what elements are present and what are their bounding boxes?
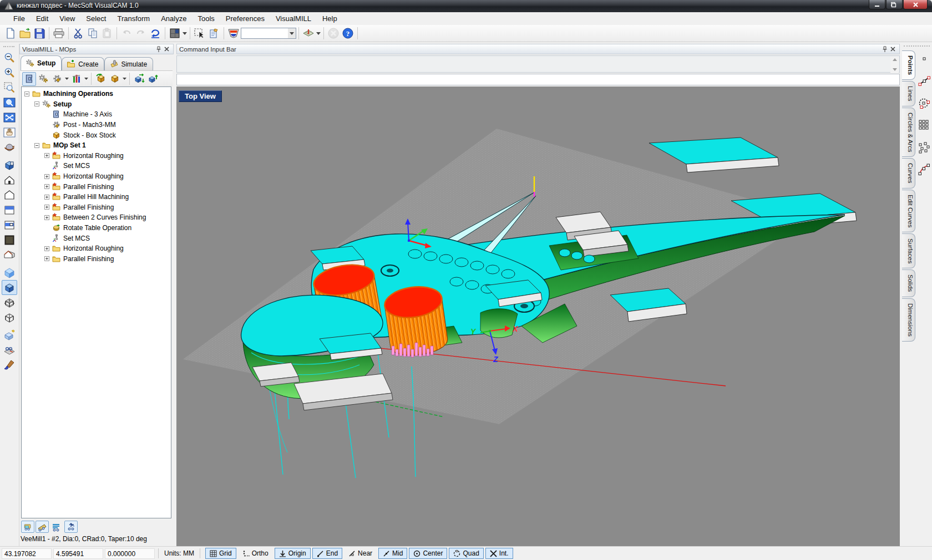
setup-options-icon[interactable] bbox=[50, 72, 64, 86]
snap-mid-button[interactable]: Mid bbox=[378, 548, 407, 559]
viewport-layout-dropdown[interactable] bbox=[182, 26, 188, 40]
point-on-line-icon[interactable] bbox=[917, 74, 931, 88]
tools-library-icon[interactable] bbox=[69, 72, 83, 86]
window-select-button[interactable] bbox=[193, 26, 207, 40]
multi-wireframe-view-icon[interactable] bbox=[2, 295, 17, 310]
tree-row[interactable]: Machining Operations bbox=[22, 89, 171, 99]
command-history[interactable] bbox=[176, 55, 900, 73]
tree-row[interactable]: MOp Set 1 bbox=[22, 140, 171, 151]
iso-home-view-icon[interactable] bbox=[2, 247, 17, 262]
tree-row[interactable]: Parallel Finishing bbox=[22, 181, 171, 192]
tab-simulate[interactable]: Simulate bbox=[104, 57, 153, 70]
layer-combo[interactable] bbox=[241, 28, 296, 39]
tab-edit-curves[interactable]: Edit Curves bbox=[902, 190, 915, 232]
snap-quad-button[interactable]: Quad bbox=[449, 548, 483, 559]
tools-library-dropdown[interactable] bbox=[83, 72, 89, 86]
cut-button[interactable] bbox=[71, 26, 85, 40]
points-on-curve-icon[interactable] bbox=[917, 162, 931, 177]
close-icon[interactable] bbox=[163, 45, 171, 53]
tab-lines[interactable]: Lines bbox=[902, 81, 915, 106]
material-icon[interactable] bbox=[146, 72, 160, 86]
tree-row[interactable]: Horizontal Roughing bbox=[22, 243, 171, 254]
stock-box-dropdown[interactable] bbox=[121, 72, 127, 86]
zoom-selected-icon[interactable] bbox=[2, 95, 17, 110]
align-stock-icon[interactable] bbox=[132, 72, 146, 86]
visualize-toolpath-icon[interactable] bbox=[2, 343, 17, 358]
menu-transform[interactable]: Transform bbox=[112, 13, 155, 24]
tree-row[interactable]: Post - Mach3-MM bbox=[22, 120, 171, 130]
snap-int-button[interactable]: Int. bbox=[485, 548, 513, 559]
new-file-button[interactable] bbox=[3, 26, 18, 40]
tree-row[interactable]: Between 2 Curves Finishing bbox=[22, 212, 171, 223]
zoom-in-icon[interactable] bbox=[2, 65, 17, 80]
redo-button[interactable] bbox=[134, 26, 148, 40]
tab-circles-arcs[interactable]: Circles & Arcs bbox=[902, 108, 915, 157]
viewport-display-icon[interactable] bbox=[2, 157, 17, 172]
zoom-out-icon[interactable] bbox=[2, 50, 17, 65]
machine-grid-button[interactable] bbox=[301, 26, 316, 40]
pin-icon[interactable] bbox=[154, 45, 163, 53]
zoom-window-icon[interactable] bbox=[2, 80, 17, 95]
tab-surfaces[interactable]: Surfaces bbox=[902, 233, 915, 268]
single-point-icon[interactable] bbox=[917, 52, 931, 66]
stock-box-icon[interactable] bbox=[108, 72, 121, 86]
setup-options-dropdown[interactable] bbox=[64, 72, 69, 86]
tree-row[interactable]: Parallel Finishing bbox=[22, 254, 171, 264]
menu-select[interactable]: Select bbox=[80, 13, 112, 24]
tree-row[interactable]: Machine - 3 Axis bbox=[22, 109, 171, 120]
menu-preferences[interactable]: Preferences bbox=[220, 13, 270, 24]
switch-redo-button[interactable] bbox=[148, 26, 163, 40]
work-zero-icon[interactable] bbox=[94, 72, 108, 86]
machine-setup-icon[interactable] bbox=[22, 72, 36, 86]
tab-setup[interactable]: Setup bbox=[21, 55, 62, 70]
menu-visualmill[interactable]: VisualMILL bbox=[270, 13, 317, 24]
snap-near-button[interactable]: Near bbox=[344, 548, 377, 559]
tree-row[interactable]: Setup bbox=[22, 99, 171, 110]
paste-button[interactable] bbox=[100, 26, 114, 40]
close-button[interactable] bbox=[903, 0, 928, 9]
top-face-view-icon[interactable] bbox=[2, 202, 17, 217]
tab-dimensions[interactable]: Dimensions bbox=[902, 298, 915, 342]
pan-icon[interactable] bbox=[2, 125, 17, 140]
view-label[interactable]: Top View bbox=[179, 90, 222, 102]
tree-row[interactable]: Horizontal Roughing bbox=[22, 171, 171, 182]
simulate-options-icon[interactable] bbox=[64, 521, 78, 533]
menu-file[interactable]: File bbox=[8, 13, 31, 24]
tab-create[interactable]: Create bbox=[62, 57, 104, 70]
tree-row[interactable]: Parallel Hill Machining bbox=[22, 192, 171, 202]
copy-button[interactable] bbox=[85, 26, 100, 40]
tree-row[interactable]: Stock - Box Stock bbox=[22, 130, 171, 140]
graphics-viewport[interactable]: X Z Y Top View bbox=[176, 86, 900, 546]
undo-button[interactable] bbox=[119, 26, 134, 40]
simulate-to-end-icon[interactable] bbox=[50, 521, 63, 533]
snap-center-button[interactable]: Center bbox=[409, 548, 447, 559]
snap-grid-button[interactable]: Grid bbox=[205, 548, 236, 559]
minimize-button[interactable] bbox=[869, 0, 885, 9]
tree-row[interactable]: Rotate Table Operation bbox=[22, 223, 171, 233]
print-button[interactable] bbox=[52, 26, 66, 40]
command-scrollbar[interactable] bbox=[890, 57, 899, 73]
command-input[interactable] bbox=[176, 74, 900, 85]
tab-curves[interactable]: Curves bbox=[902, 158, 915, 188]
rotate-view-icon[interactable] bbox=[2, 140, 17, 155]
maximize-button[interactable] bbox=[886, 0, 903, 9]
front-view-icon[interactable] bbox=[2, 187, 17, 202]
edit-properties-button[interactable] bbox=[207, 26, 221, 40]
light-icon[interactable] bbox=[2, 328, 17, 343]
tab-solids[interactable]: Solids bbox=[902, 269, 915, 297]
tree-row[interactable]: Parallel Finishing bbox=[22, 202, 171, 213]
post-processor-icon[interactable] bbox=[36, 72, 50, 86]
toolbar-grip[interactable] bbox=[3, 46, 14, 48]
snap-end-button[interactable]: End bbox=[312, 548, 342, 559]
tree-row[interactable]: Set MCS bbox=[22, 161, 171, 171]
menu-analyze[interactable]: Analyze bbox=[155, 13, 192, 24]
viewport-layout-button[interactable] bbox=[168, 26, 182, 40]
menu-view[interactable]: View bbox=[54, 13, 80, 24]
scatter-points-icon[interactable] bbox=[917, 140, 931, 155]
snap-origin-button[interactable]: Origin bbox=[275, 548, 311, 559]
wireframe-view-icon[interactable] bbox=[2, 310, 17, 325]
snap-ortho-button[interactable]: Ortho bbox=[238, 548, 273, 559]
shaded-dark-view-icon[interactable] bbox=[2, 232, 17, 247]
help-button[interactable]: ? bbox=[341, 26, 355, 40]
machine-grid-dropdown[interactable] bbox=[316, 26, 321, 40]
